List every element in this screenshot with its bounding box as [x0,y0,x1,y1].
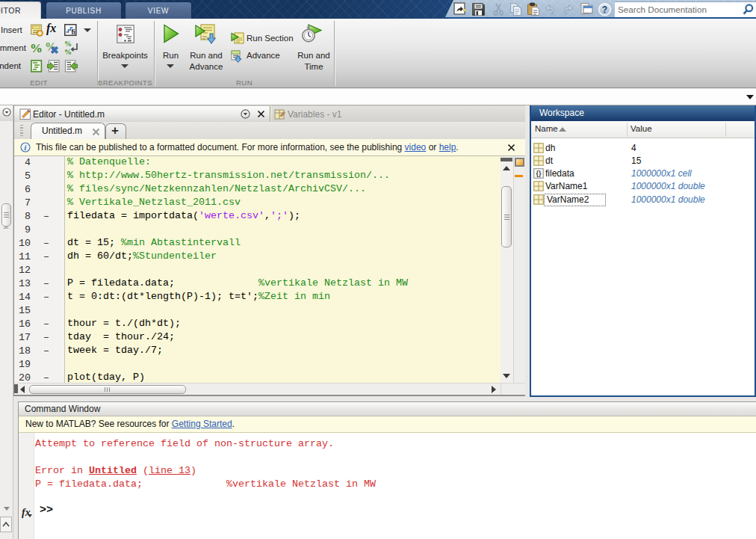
svg-text:i: i [25,144,27,152]
svg-text:?: ? [602,4,607,15]
svg-text:fi: fi [71,28,75,36]
svg-text:{}: {} [536,170,542,177]
